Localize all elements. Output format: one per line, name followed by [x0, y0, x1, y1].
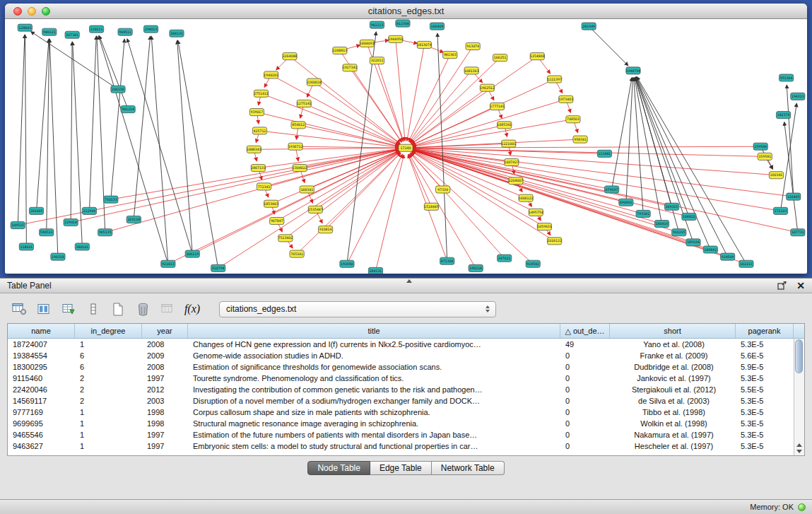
graph-node[interactable]: 180414	[654, 221, 669, 228]
import-table-icon[interactable]	[158, 300, 177, 318]
citation-edge-red[interactable]	[280, 151, 399, 219]
graph-node[interactable]: 109515	[11, 222, 25, 229]
citation-edge-black[interactable]	[111, 39, 124, 196]
graph-node[interactable]: 118211	[89, 25, 103, 33]
graph-node[interactable]: 129414	[64, 218, 78, 226]
citation-edge-red[interactable]	[413, 120, 570, 147]
graph-node[interactable]: 871304	[440, 257, 454, 264]
graph-node[interactable]: 1081363	[464, 67, 479, 74]
graph-node[interactable]: 1777141	[490, 103, 505, 110]
graph-node[interactable]: 128603	[18, 24, 32, 31]
graph-node[interactable]: 190318	[51, 253, 65, 260]
citation-edge-red[interactable]	[352, 71, 401, 142]
citation-edge-red[interactable]	[257, 116, 259, 124]
citation-edge-red[interactable]	[408, 58, 448, 141]
citation-edge-red[interactable]	[408, 155, 430, 204]
citation-edge-red[interactable]	[254, 153, 257, 161]
graph-node[interactable]: 1275141	[297, 100, 312, 107]
citation-edge-black[interactable]	[637, 77, 726, 254]
citation-edge-black[interactable]	[25, 35, 26, 243]
citation-edge-black[interactable]	[178, 40, 218, 264]
citation-edge-red[interactable]	[413, 146, 757, 148]
graph-node[interactable]: 2751411	[254, 90, 269, 97]
graph-node[interactable]: 2268813	[333, 47, 348, 54]
graph-node[interactable]: 169842	[703, 246, 717, 253]
citation-edge-red[interactable]	[409, 154, 474, 265]
graph-node[interactable]: 910215	[672, 229, 686, 236]
graph-node[interactable]: 184131	[170, 30, 184, 37]
table-row[interactable]: 946362711997Embryonic stem cells: a mode…	[8, 440, 794, 452]
graph-node[interactable]: 160341	[769, 172, 783, 179]
graph-node[interactable]: 284131	[368, 267, 382, 274]
graph-node[interactable]: 905135	[98, 229, 112, 236]
graph-node[interactable]: 2204007	[509, 177, 524, 185]
graph-node[interactable]: 772341	[257, 183, 271, 190]
graph-node[interactable]: 910814	[318, 226, 332, 233]
graph-node[interactable]: 97334	[436, 186, 450, 193]
graph-node[interactable]: 590513	[40, 229, 54, 236]
citation-edge-red[interactable]	[259, 171, 262, 180]
citation-edge-black[interactable]	[613, 78, 632, 186]
graph-node[interactable]: 169315	[665, 203, 679, 210]
delete-table-icon[interactable]	[134, 300, 152, 318]
citation-edge-red[interactable]	[276, 59, 288, 70]
table-row[interactable]: 1830029562008Estimation of significance …	[8, 361, 794, 373]
citation-edge-red[interactable]	[767, 160, 772, 169]
graph-node[interactable]: 1664091	[360, 40, 375, 47]
graph-node[interactable]: 192450	[340, 260, 354, 267]
graph-node[interactable]: 1853403	[264, 200, 278, 207]
graph-node[interactable]: 194313	[791, 93, 805, 100]
citation-edge-red[interactable]	[474, 74, 483, 83]
citation-edge-red[interactable]	[413, 150, 686, 216]
citation-edge-red[interactable]	[257, 148, 398, 149]
citation-edge-red[interactable]	[264, 95, 399, 146]
citation-edge-red[interactable]	[489, 91, 494, 100]
vertical-scrollbar[interactable]	[794, 339, 804, 455]
citation-edge-red[interactable]	[307, 86, 312, 98]
column-header-pagerank[interactable]: pagerank	[736, 324, 794, 338]
citation-edge-red[interactable]	[171, 151, 399, 262]
graph-node[interactable]: 102213	[739, 260, 753, 267]
graph-node[interactable]: 106119	[185, 250, 199, 257]
graph-node[interactable]: 247021	[498, 255, 512, 262]
graph-node[interactable]: 1973403	[558, 95, 573, 103]
close-panel-icon[interactable]: ✕	[796, 281, 805, 291]
graph-node[interactable]: 2016122	[547, 238, 562, 245]
graph-node[interactable]: 261605	[29, 207, 43, 214]
citation-edge-red[interactable]	[517, 184, 522, 192]
graph-node[interactable]: 1936712	[288, 143, 303, 150]
graph-node[interactable]: 951304	[779, 74, 794, 81]
graph-node[interactable]: 913074	[466, 42, 480, 49]
new-table-icon[interactable]	[109, 300, 127, 318]
scrollbar-arrows[interactable]	[794, 443, 804, 453]
graph-node[interactable]: 380141	[75, 243, 89, 250]
graph-node[interactable]: 1962512	[480, 84, 495, 91]
graph-node[interactable]: 2304022	[293, 165, 307, 172]
citation-edge-red[interactable]	[278, 224, 282, 232]
graph-node[interactable]: 1495754	[529, 209, 543, 216]
scrollbar-thumb[interactable]	[795, 339, 803, 373]
citation-edge-red[interactable]	[260, 113, 399, 146]
graph-node[interactable]: 1154808	[530, 53, 545, 60]
citation-edge-red[interactable]	[264, 132, 399, 147]
graph-node[interactable]: 168341	[300, 186, 314, 193]
graph-node[interactable]: 166251	[493, 54, 507, 62]
graph-node[interactable]: 172103	[773, 207, 787, 214]
citation-edge-red[interactable]	[411, 60, 498, 143]
graph-node[interactable]: 765341	[290, 250, 304, 257]
graph-node[interactable]: 1948794	[626, 67, 641, 74]
citation-edge-black[interactable]	[636, 77, 688, 213]
graph-node[interactable]: 924509	[720, 253, 734, 260]
table-options-icon[interactable]	[10, 300, 28, 318]
network-view[interactable]: 1724022640881940201275141193901742571218…	[5, 19, 807, 274]
graph-node[interactable]: 189104	[686, 239, 700, 246]
graph-node[interactable]: 7523402	[278, 235, 293, 242]
table-row[interactable]: 969969511998Structural magnetic resonanc…	[8, 418, 794, 429]
graph-node[interactable]: 207341	[65, 31, 79, 38]
graph-node[interactable]: 1221001	[501, 140, 516, 147]
citation-edge-red[interactable]	[300, 153, 401, 251]
citation-edge-red[interactable]	[265, 190, 268, 197]
citation-edge-red[interactable]	[109, 150, 399, 231]
graph-node[interactable]: 2260018	[307, 78, 322, 86]
citation-edge-red[interactable]	[556, 82, 563, 93]
